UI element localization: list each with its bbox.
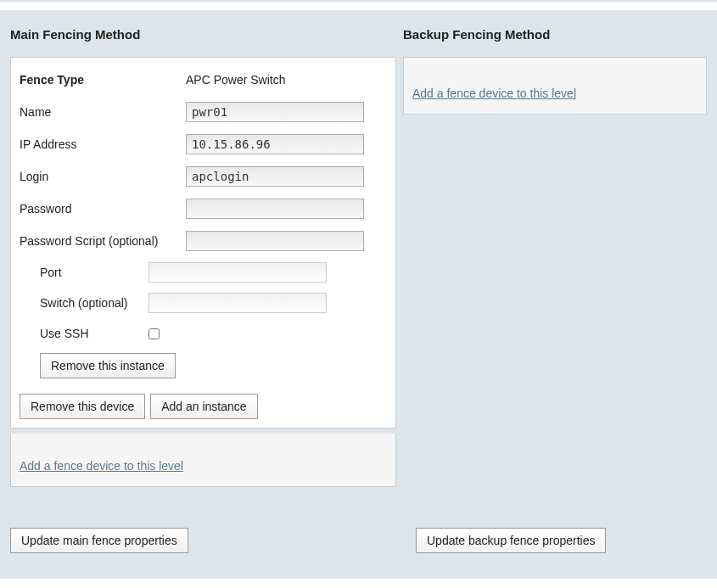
main-device-panel: Fence Type APC Power Switch Name IP Addr…: [10, 57, 396, 428]
update-main-button[interactable]: Update main fence properties: [10, 528, 188, 553]
fence-type-value: APC Power Switch: [186, 73, 285, 87]
password-label: Password: [20, 202, 186, 216]
remove-instance-button[interactable]: Remove this instance: [40, 353, 176, 378]
backup-add-panel: Add a fence device to this level: [403, 57, 707, 115]
update-backup-button[interactable]: Update backup fence properties: [416, 528, 606, 553]
instance-block: Port Switch (optional) Use SSH Remove th…: [40, 261, 387, 378]
backup-fencing-title: Backup Fencing Method: [403, 27, 707, 42]
login-input[interactable]: [186, 166, 364, 187]
port-label: Port: [40, 266, 148, 279]
name-label: Name: [20, 105, 186, 119]
name-input[interactable]: [186, 102, 364, 122]
pwscript-input[interactable]: [186, 231, 364, 251]
backup-add-device-link[interactable]: Add a fence device to this level: [412, 87, 576, 100]
remove-device-button[interactable]: Remove this device: [20, 394, 145, 419]
fence-type-label: Fence Type: [20, 73, 186, 87]
add-instance-button[interactable]: Add an instance: [150, 394, 257, 419]
pwscript-label: Password Script (optional): [20, 234, 186, 248]
usessh-checkbox[interactable]: [148, 328, 160, 339]
ip-label: IP Address: [20, 137, 186, 151]
ip-input[interactable]: [186, 134, 364, 154]
password-input[interactable]: [186, 199, 364, 219]
main-add-panel: Add a fence device to this level: [10, 434, 396, 487]
main-add-device-link[interactable]: Add a fence device to this level: [20, 459, 183, 473]
usessh-label: Use SSH: [40, 327, 148, 340]
login-label: Login: [20, 170, 186, 183]
port-input[interactable]: [148, 262, 327, 283]
switch-label: Switch (optional): [40, 296, 148, 310]
main-fencing-title: Main Fencing Method: [10, 27, 396, 42]
switch-input[interactable]: [148, 293, 327, 313]
